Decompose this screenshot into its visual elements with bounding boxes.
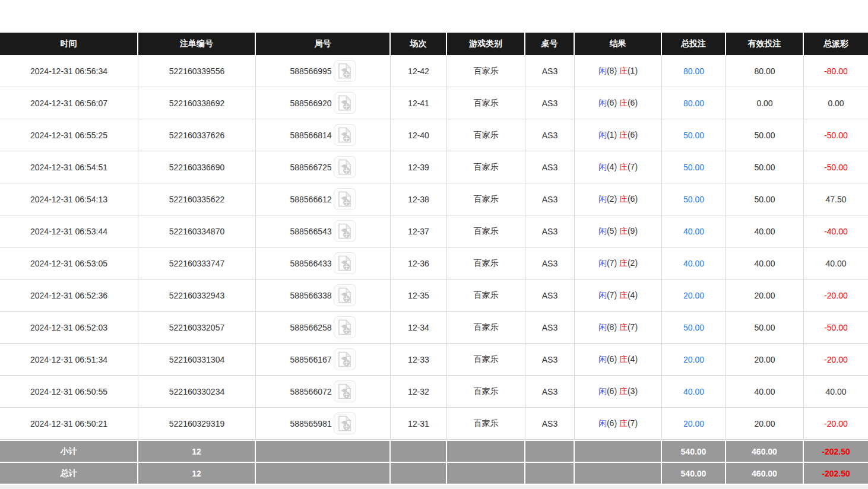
summary-empty-table xyxy=(525,440,575,462)
cell-round-number: 588566612 xyxy=(256,183,391,215)
cell-payout: -80.00 xyxy=(804,55,868,87)
summary-empty-session xyxy=(391,440,447,462)
cell-result: 闲6 庄6 xyxy=(575,87,662,119)
cell-valid-bet: 20.00 xyxy=(726,280,804,312)
cell-session: 12-34 xyxy=(391,312,447,344)
total-bet-value[interactable]: 20.00 xyxy=(683,419,704,428)
summary-empty-session xyxy=(391,462,447,484)
result-banker-label: 庄 xyxy=(619,258,628,268)
cell-valid-bet: 50.00 xyxy=(726,151,804,183)
total-bet-value[interactable]: 40.00 xyxy=(683,259,704,268)
cell-result: 闲7 庄4 xyxy=(575,280,662,312)
result-player-score: 7 xyxy=(607,290,617,300)
summary-row: 总计 12 540.00 460.00 -202.50 xyxy=(0,462,868,484)
cell-time: 2024-12-31 06:50:55 xyxy=(0,376,138,408)
total-bet-value[interactable]: 80.00 xyxy=(683,99,704,108)
payout-value: -80.00 xyxy=(824,66,848,76)
video-replay-button[interactable] xyxy=(334,316,356,338)
video-replay-button[interactable] xyxy=(334,92,356,114)
result-banker-score: 7 xyxy=(628,162,638,172)
video-replay-button[interactable] xyxy=(334,252,356,274)
cell-valid-bet: 20.00 xyxy=(726,344,804,376)
total-bet-value[interactable]: 40.00 xyxy=(683,227,704,236)
video-replay-button[interactable] xyxy=(334,412,356,434)
video-replay-button[interactable] xyxy=(334,348,356,370)
cell-game-type: 百家乐 xyxy=(447,376,525,408)
video-replay-button[interactable] xyxy=(334,380,356,402)
cell-total-bet: 50.00 xyxy=(662,151,726,183)
cell-total-bet: 20.00 xyxy=(662,344,726,376)
result-banker-score: 4 xyxy=(628,354,638,364)
total-bet-value[interactable]: 40.00 xyxy=(683,387,704,396)
cell-payout: -20.00 xyxy=(804,280,868,312)
cell-result: 闲6 庄3 xyxy=(575,376,662,408)
video-file-icon xyxy=(338,191,351,207)
cell-total-bet: 50.00 xyxy=(662,119,726,151)
total-bet-value[interactable]: 50.00 xyxy=(683,195,704,204)
cell-round-number: 588566920 xyxy=(256,87,391,119)
table-row: 2024-12-31 06:56:07 522160338692 5885669… xyxy=(0,87,868,119)
video-replay-button[interactable] xyxy=(334,284,356,306)
cell-table-number: AS3 xyxy=(525,87,575,119)
summary-label: 小计 xyxy=(0,440,138,462)
cell-valid-bet: 80.00 xyxy=(726,55,804,87)
cell-session: 12-36 xyxy=(391,247,447,280)
cell-round-number: 588566258 xyxy=(256,312,391,344)
cell-payout: 40.00 xyxy=(804,376,868,408)
cell-bet-number: 522160334870 xyxy=(138,215,256,247)
result-player-label: 闲 xyxy=(598,418,607,428)
total-bet-value[interactable]: 20.00 xyxy=(683,355,704,364)
total-bet-value[interactable]: 50.00 xyxy=(683,163,704,172)
cell-time: 2024-12-31 06:54:51 xyxy=(0,151,138,183)
video-file-icon xyxy=(338,63,351,79)
video-replay-button[interactable] xyxy=(334,124,356,146)
video-file-icon xyxy=(338,383,351,399)
total-bet-value[interactable]: 50.00 xyxy=(683,131,704,140)
cell-round-number: 588566433 xyxy=(256,247,391,280)
cell-session: 12-33 xyxy=(391,344,447,376)
video-replay-button[interactable] xyxy=(334,60,356,82)
result-player-label: 闲 xyxy=(598,226,607,236)
video-replay-button[interactable] xyxy=(334,188,356,210)
cell-valid-bet: 0.00 xyxy=(726,87,804,119)
video-replay-button[interactable] xyxy=(334,220,356,242)
total-bet-value[interactable]: 50.00 xyxy=(683,323,704,332)
round-number-text: 588566543 xyxy=(290,227,331,236)
result-banker-label: 庄 xyxy=(619,162,628,172)
cell-valid-bet: 50.00 xyxy=(726,119,804,151)
result-player-label: 闲 xyxy=(598,162,607,172)
video-replay-button[interactable] xyxy=(334,156,356,178)
total-bet-value[interactable]: 80.00 xyxy=(683,66,704,76)
cell-table-number: AS3 xyxy=(525,408,575,440)
cell-game-type: 百家乐 xyxy=(447,87,525,119)
table-row: 2024-12-31 06:54:13 522160335622 5885666… xyxy=(0,183,868,215)
payout-value: -20.00 xyxy=(824,355,848,364)
result-player-score: 4 xyxy=(607,162,617,172)
video-file-icon xyxy=(338,351,351,367)
cell-time: 2024-12-31 06:53:05 xyxy=(0,247,138,280)
summary-total-bet: 540.00 xyxy=(662,462,726,484)
cell-round-number: 588565981 xyxy=(256,408,391,440)
cell-time: 2024-12-31 06:52:03 xyxy=(0,312,138,344)
cell-game-type: 百家乐 xyxy=(447,151,525,183)
total-bet-value[interactable]: 20.00 xyxy=(683,291,704,300)
column-header-payout: 总派彩 xyxy=(804,33,868,55)
cell-session: 12-39 xyxy=(391,151,447,183)
summary-empty-game xyxy=(447,462,525,484)
cell-time: 2024-12-31 06:56:07 xyxy=(0,87,138,119)
cell-result: 闲8 庄1 xyxy=(575,55,662,87)
column-header-session: 场次 xyxy=(391,33,447,55)
round-number-text: 588566167 xyxy=(290,355,331,364)
round-number-text: 588566725 xyxy=(290,163,331,172)
payout-value: 47.50 xyxy=(825,195,846,204)
summary-row: 小计 12 540.00 460.00 -202.50 xyxy=(0,440,868,462)
column-header-bet-number: 注单编号 xyxy=(138,33,256,55)
column-header-table-number: 桌号 xyxy=(525,33,575,55)
cell-valid-bet: 40.00 xyxy=(726,247,804,280)
summary-payout: -202.50 xyxy=(804,462,868,484)
summary-empty-game xyxy=(447,440,525,462)
cell-bet-number: 522160336690 xyxy=(138,151,256,183)
cell-result: 闲7 庄2 xyxy=(575,247,662,280)
cell-table-number: AS3 xyxy=(525,376,575,408)
video-file-icon xyxy=(338,415,351,431)
